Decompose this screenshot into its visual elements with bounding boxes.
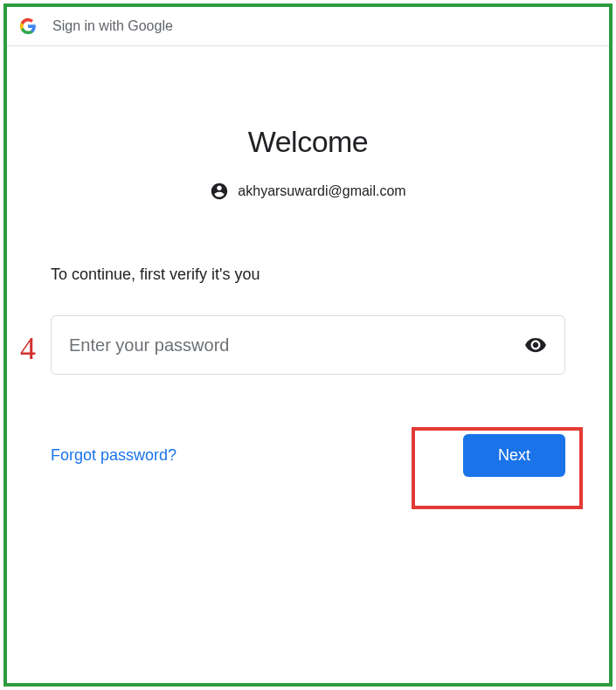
account-circle-icon [210, 182, 229, 201]
next-button[interactable]: Next [463, 434, 565, 477]
account-chip[interactable]: akhyarsuwardi@gmail.com [51, 182, 565, 201]
google-logo-icon [19, 17, 37, 35]
verify-prompt: To continue, first verify it's you [51, 266, 565, 284]
forgot-password-link[interactable]: Forgot password? [51, 446, 176, 465]
password-input[interactable] [69, 335, 524, 355]
welcome-heading: Welcome [51, 125, 565, 159]
header-bar: Sign in with Google [7, 7, 609, 46]
annotation-step-number: 4 [20, 330, 36, 367]
header-title: Sign in with Google [52, 18, 173, 34]
google-signin-frame: Sign in with Google Welcome akhyarsuward… [3, 3, 613, 687]
show-password-icon[interactable] [524, 334, 547, 356]
account-email: akhyarsuwardi@gmail.com [238, 183, 405, 199]
main-content: Welcome akhyarsuwardi@gmail.com To conti… [7, 46, 609, 477]
password-field-container [51, 315, 565, 375]
actions-row: Forgot password? Next [51, 434, 565, 477]
